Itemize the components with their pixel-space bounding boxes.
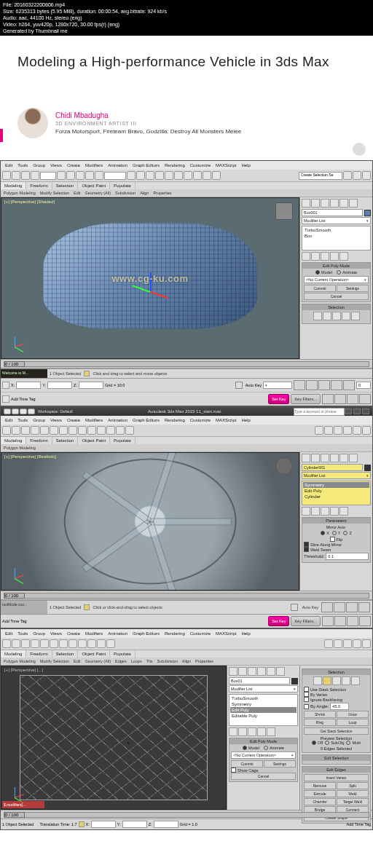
coord-y-input[interactable] bbox=[47, 382, 72, 389]
stack-btn[interactable] bbox=[330, 252, 339, 261]
autokey-toggle[interactable] bbox=[235, 382, 243, 389]
menu-item[interactable]: Animation bbox=[106, 417, 130, 423]
tool-button[interactable] bbox=[193, 171, 202, 180]
quick-nav-button[interactable] bbox=[353, 143, 366, 156]
motion-tab-icon[interactable] bbox=[330, 454, 339, 462]
menu-item[interactable]: Help bbox=[239, 631, 252, 636]
ribbon-tab-populate[interactable]: Populate bbox=[110, 437, 136, 444]
tool-button[interactable] bbox=[106, 639, 115, 648]
menu-item[interactable]: Edit bbox=[3, 162, 15, 168]
object-name-field[interactable]: Box001 bbox=[302, 209, 363, 216]
timeline-2[interactable]: 0 / 100 bbox=[1, 591, 372, 599]
hierarchy-tab-icon[interactable] bbox=[248, 667, 256, 676]
rollout-selection[interactable]: Selection bbox=[302, 304, 370, 310]
coord-z-input[interactable] bbox=[79, 382, 103, 389]
shrink-button[interactable]: Shrink bbox=[304, 711, 336, 718]
modifier-stack[interactable]: Symmetry Edit Poly Cylinder bbox=[302, 481, 371, 505]
transport-btn[interactable] bbox=[346, 602, 358, 612]
lock-icon[interactable] bbox=[79, 821, 85, 827]
display-tab-icon[interactable] bbox=[339, 454, 348, 462]
chamfer-button[interactable]: Chamfer bbox=[304, 798, 336, 805]
menu-item[interactable]: MAXScript bbox=[213, 162, 238, 168]
rollout-softsel[interactable]: Soft Selection bbox=[302, 755, 370, 761]
stack-btn[interactable] bbox=[339, 507, 348, 516]
ribbon-tab-modeling[interactable]: Modeling bbox=[1, 437, 26, 444]
stack-item[interactable]: Symmetry bbox=[230, 701, 297, 707]
radio-animate[interactable]: Animate bbox=[337, 270, 357, 275]
rollout-parameters[interactable]: Parameters bbox=[302, 518, 370, 524]
ribbon-group[interactable]: Geometry (All) bbox=[85, 191, 111, 195]
checkbox-slice[interactable]: Slice Along Mirror bbox=[304, 542, 369, 547]
ribbon-group[interactable]: Properties bbox=[195, 659, 213, 663]
tool-button[interactable] bbox=[106, 426, 115, 435]
commit-button[interactable]: Commit bbox=[231, 760, 263, 768]
tool-button[interactable] bbox=[362, 426, 371, 435]
rollout-selection[interactable]: Selection bbox=[302, 669, 370, 675]
coord-x-input[interactable] bbox=[91, 821, 116, 828]
object-name-field[interactable]: Box01 bbox=[229, 677, 290, 684]
rollout-editedges[interactable]: Edit Edges bbox=[302, 767, 370, 773]
display-tab-icon[interactable] bbox=[267, 667, 275, 676]
stack-btn[interactable] bbox=[302, 507, 310, 516]
radio-z[interactable]: Z bbox=[343, 531, 351, 535]
operation-dropdown[interactable]: <No Current Operation> bbox=[231, 751, 296, 759]
tool-button[interactable] bbox=[353, 171, 361, 180]
menu-item[interactable]: Create bbox=[65, 631, 82, 636]
menu-item[interactable]: Rendering bbox=[162, 417, 187, 423]
steering-wheel-icon[interactable] bbox=[275, 457, 293, 475]
tool-button[interactable] bbox=[97, 639, 106, 648]
menu-item[interactable]: Graph Editors bbox=[130, 417, 162, 423]
tool-button[interactable] bbox=[165, 171, 173, 180]
tool-button[interactable] bbox=[362, 171, 371, 180]
nav-btn[interactable] bbox=[359, 616, 371, 626]
tool-button[interactable] bbox=[31, 639, 39, 648]
tool-button[interactable] bbox=[31, 426, 39, 435]
viewcube-icon[interactable] bbox=[275, 202, 293, 220]
display-tab-icon[interactable] bbox=[339, 199, 348, 208]
tool-dropdown[interactable] bbox=[104, 172, 126, 180]
weld-button[interactable]: Weld bbox=[337, 790, 369, 797]
close-icon[interactable] bbox=[362, 409, 369, 414]
rollout-editpoly[interactable]: Edit Poly Mode bbox=[302, 263, 370, 269]
qat-btn[interactable] bbox=[4, 409, 11, 414]
cancel-button[interactable]: Cancel bbox=[231, 773, 296, 780]
time-tag[interactable]: Add Time Tag bbox=[346, 822, 371, 826]
tool-button[interactable] bbox=[68, 426, 77, 435]
nav-btn[interactable] bbox=[334, 394, 346, 404]
menu-item[interactable]: Create bbox=[65, 162, 82, 168]
commit-button[interactable]: Commit bbox=[304, 285, 336, 292]
menu-item[interactable]: MAXScript bbox=[213, 417, 238, 423]
tag-icon[interactable] bbox=[2, 395, 9, 403]
tool-button[interactable] bbox=[136, 171, 145, 180]
tool-button[interactable] bbox=[97, 426, 106, 435]
stack-item[interactable]: Editable Poly bbox=[230, 713, 297, 719]
coord-z-input[interactable] bbox=[154, 821, 178, 828]
maxscript-mini[interactable]: Welcome to M... bbox=[1, 368, 47, 378]
create-tab-icon[interactable] bbox=[302, 199, 310, 208]
object-color-swatch[interactable] bbox=[291, 678, 298, 684]
tool-button[interactable] bbox=[334, 426, 342, 435]
ribbon-group[interactable]: Align bbox=[182, 659, 191, 663]
menu-item[interactable]: Modifiers bbox=[83, 417, 105, 423]
tool-button[interactable] bbox=[155, 171, 164, 180]
menu-item[interactable]: Views bbox=[48, 417, 64, 423]
subobj-element-icon[interactable] bbox=[351, 312, 360, 320]
loop-button[interactable]: Loop bbox=[337, 719, 369, 726]
stack-item[interactable]: Cylinder bbox=[303, 494, 369, 500]
radio-multi[interactable]: Multi bbox=[346, 741, 361, 745]
subobj-poly-icon[interactable] bbox=[342, 312, 350, 320]
tool-button[interactable] bbox=[334, 639, 342, 648]
transport-next-icon[interactable] bbox=[331, 380, 342, 390]
timeline-3[interactable]: 0 / 100 bbox=[1, 810, 372, 818]
menu-item[interactable]: Group bbox=[31, 162, 47, 168]
wireframe-mesh[interactable] bbox=[20, 675, 208, 801]
stack-item[interactable]: TurboSmooth bbox=[230, 695, 297, 701]
time-slider[interactable]: 0 / 100 bbox=[4, 593, 25, 599]
extrude-button[interactable]: Extrude bbox=[304, 790, 336, 797]
ribbon-tab-populate[interactable]: Populate bbox=[110, 182, 136, 189]
menu-item[interactable]: Rendering bbox=[162, 162, 187, 168]
nav-btn[interactable] bbox=[334, 616, 346, 626]
utilities-tab-icon[interactable] bbox=[349, 454, 358, 462]
tool-button[interactable] bbox=[21, 639, 30, 648]
create-tab-icon[interactable] bbox=[229, 667, 237, 676]
